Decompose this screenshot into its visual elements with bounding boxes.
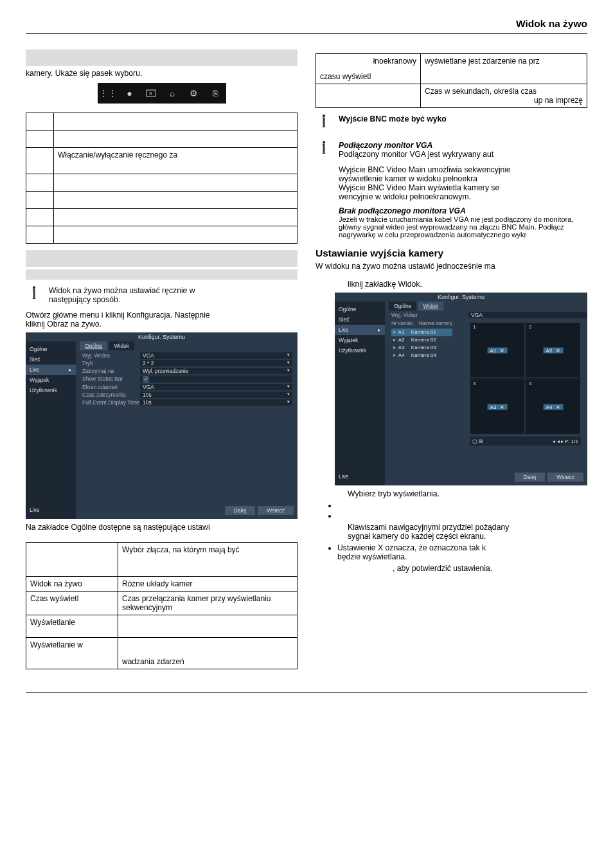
table-cell: [118, 615, 298, 638]
general-settings-table: Wybór złącza, na którym mają być Widok n…: [26, 542, 298, 669]
camera-status-icon: ●: [393, 352, 396, 359]
ss-row-value: 2 * 2: [140, 360, 292, 366]
quad-toolstrip: ▢ ⊞ ◂ ◂ ▸ P: 1/1: [470, 437, 581, 446]
table-cell: Wybór złącza, na którym mają być: [118, 543, 298, 577]
text-line: łnoekranowy: [320, 57, 416, 66]
ss-next-button: Dalej: [225, 506, 255, 515]
text-line: Jeżeli w trakcie uruchamiania kabel VGA …: [339, 215, 587, 231]
ss-row-value: VGA: [468, 312, 587, 318]
ss-tabs: Ogólne Widok: [389, 302, 443, 311]
text-line: kliknij Obraz na żywo.: [26, 320, 102, 329]
ss-row-value: 10s: [140, 392, 292, 398]
ss-row-label: Czas zatrzymania: [80, 392, 140, 398]
ss-nav-item: Wyjątek: [335, 335, 385, 345]
list-item: [337, 511, 587, 520]
ss-tab-active: Widok: [418, 302, 443, 311]
ss-nav-item: Sieć: [335, 314, 385, 325]
table-cell: Wyświetlanie: [26, 615, 118, 638]
choose-mode-text: Wybierz tryb wyświetlania.: [315, 489, 587, 498]
page-title: Widok na żywo: [26, 18, 587, 34]
svg-text:S: S: [149, 91, 152, 96]
ss-row-label: Full Event Display Time: [80, 399, 140, 406]
ss-nav-item: Użytkownik: [335, 345, 385, 356]
footer-separator: [26, 692, 587, 693]
ss-nav-bottom: Live: [335, 471, 353, 482]
table-cell: Wyświetlanie w: [26, 638, 118, 669]
list-item: Ustawienie X oznacza, że oznaczona tak k…: [337, 543, 587, 561]
text-line: up na imprezę: [425, 96, 583, 105]
col-header: Nazwa kamery: [418, 320, 452, 327]
text-line: Wyjście BNC Video Main wyświetla kamery …: [339, 183, 587, 192]
gray-heading-1: [26, 50, 298, 66]
pager-controls: ◂ ◂ ▸ P: 1/1: [553, 439, 578, 444]
text-line: wencyjnie w widoku pełnoekranowym.: [339, 192, 587, 201]
gray-heading-2b: [26, 269, 298, 280]
close-icon: ✕: [556, 404, 560, 410]
text-line: sygnał kamery do każdej części ekranu.: [348, 532, 587, 541]
ss-title: Konfigur. Systemu: [26, 334, 298, 340]
info-icon: [26, 286, 42, 300]
camera-status-icon: ●: [393, 344, 396, 352]
ss-row-label: Ekran zdarzeń: [80, 384, 140, 390]
ss-body: Wyj. WideoVGA Tryb2 * 2 Zatrzymaj naWył.…: [80, 352, 295, 406]
checkbox-icon: ✓: [143, 376, 149, 383]
icon-function-row-label: Włączanie/wyłączanie ręcznego za: [54, 148, 298, 174]
click-tab-text: liknij zakładkę Widok.: [315, 280, 587, 289]
content-columns: kamery. Ukaże się pasek wyboru. ⋮⋮ ● S ⌕…: [26, 50, 587, 676]
intro-text: kamery. Ukaże się pasek wyboru.: [26, 69, 298, 78]
camera-list-row: ●A2Kamera 02: [391, 336, 452, 344]
nav-keys-text: Klawiszami nawigacyjnymi przydziel pożąd…: [315, 523, 587, 541]
close-icon: ✕: [556, 347, 560, 353]
table-cell: Czas w sekundach, określa czas up na imp…: [421, 84, 587, 108]
info-note-1: Widok na żywo można ustawiać ręcznie w n…: [26, 286, 298, 304]
toolbar-grab-icon: ⋮⋮: [102, 87, 114, 99]
subheading: Brak podłączonego monitora VGA: [339, 206, 587, 215]
ss-nav-bottom: Live: [26, 505, 44, 515]
toolbar-exit-icon: ⎘: [209, 87, 221, 99]
close-icon: ✕: [500, 404, 504, 410]
text-line: czasu wyświetl: [320, 72, 416, 81]
table-cell: [26, 543, 118, 577]
ss-output-row: Wyj. Video VGA: [389, 312, 587, 318]
open-menu-text: Otwórz główne menu i kliknij Konfiguracj…: [26, 311, 298, 329]
camera-list-row: ●A4Kamera 04: [391, 352, 452, 359]
ss-row-value: VGA: [140, 384, 292, 390]
ss-nav-item-active: Live▸: [335, 325, 385, 335]
system-config-view-screenshot: Konfigur. Systemu Ogólne Sieć Live▸ Wyją…: [335, 293, 587, 485]
camera-toolbar-image: ⋮⋮ ● S ⌕ ⚙ ⎘: [98, 83, 226, 104]
info-note-vga: Podłączony monitor VGA Podłączony monito…: [315, 141, 587, 239]
text-line: wyświetlenie kamer w widoku pełnoekra: [339, 174, 587, 183]
table-cell: wadzania zdarzeń: [118, 638, 298, 669]
camera-status-icon: ●: [393, 329, 396, 336]
info-line: następujący sposób.: [49, 295, 298, 304]
ss-row-label: Show Status Bar: [80, 375, 140, 383]
quad-cell: A4✕: [526, 379, 581, 435]
bullet-list-2: Ustawienie X oznacza, że oznaczona tak k…: [315, 543, 587, 561]
ss-row-label: Zatrzymaj na: [80, 368, 140, 374]
text-line: będzie wyświetlana.: [337, 552, 587, 561]
camera-status-icon: ●: [393, 336, 396, 344]
ss-nav: Ogólne Sieć Live▸ Wyjątek Użytkownik Liv…: [335, 302, 385, 485]
ss-nav-item: Wyjątek: [26, 375, 76, 385]
camera-list-row: ●A1Kamera 01: [391, 329, 452, 336]
ss-nav-item: Sieć: [26, 354, 76, 365]
ss-title: Konfigur. Systemu: [335, 294, 587, 300]
text-line: Podłączony monitor VGA jest wykrywany au…: [339, 150, 587, 159]
quad-cell: A1✕: [470, 322, 525, 378]
info-text: Podłączony monitor VGA Podłączony monito…: [339, 141, 587, 239]
ss-foot-buttons: Dalej Wstecz: [225, 506, 294, 515]
ss-back-button: Wstecz: [258, 506, 294, 515]
ss-row-value: Wył. przewadzanie: [140, 368, 292, 374]
toolbar-search-icon: ⌕: [166, 87, 178, 99]
camera-list-row: ●A3Kamera 03: [391, 344, 452, 352]
ss-tab: Widok: [109, 341, 134, 350]
gray-heading-2: [26, 250, 298, 267]
list-item: [337, 501, 587, 510]
ss-nav-item: Ogólne: [335, 304, 385, 314]
text-line: Wyjście BNC Video Main umożliwia sekwenc…: [339, 165, 587, 174]
close-icon: ✕: [500, 347, 504, 353]
ss-back-button: Wstecz: [547, 473, 583, 482]
ss-next-button: Dalej: [515, 473, 545, 482]
info-text: Widok na żywo można ustawiać ręcznie w n…: [49, 286, 298, 304]
quad-cell: A3✕: [470, 379, 525, 435]
